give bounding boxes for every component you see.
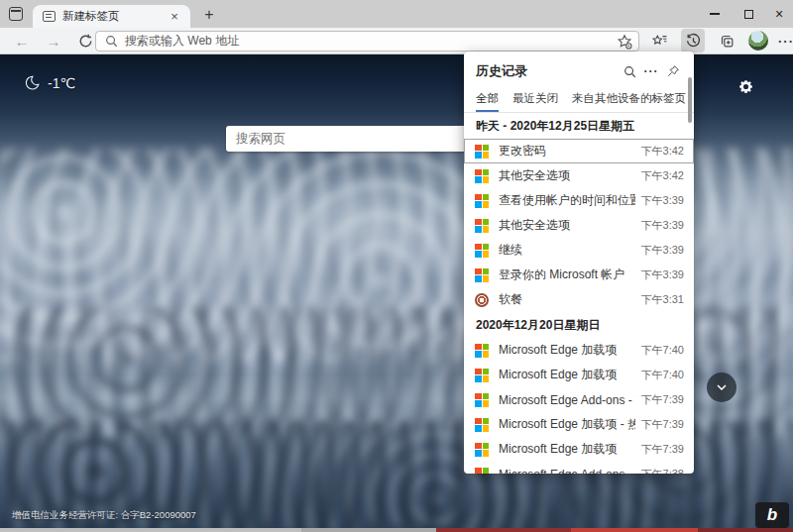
history-panel: 历史记录 ··· 全部最近关闭来自其他设备的标签页 昨天 - 2020年12月2… xyxy=(464,52,694,474)
history-item-time: 下午7:39 xyxy=(641,417,684,432)
history-item-time: 下午7:38 xyxy=(641,467,684,474)
history-list: 昨天 - 2020年12月25日星期五更改密码下午3:42其他安全选项下午3:4… xyxy=(464,113,694,474)
chevron-down-icon xyxy=(715,380,729,394)
history-item[interactable]: 其他安全选项下午3:42 xyxy=(464,163,694,188)
page-search-placeholder: 搜索网页 xyxy=(236,131,285,148)
history-group-header: 2020年12月20日星期日 xyxy=(464,312,694,338)
microsoft-logo-icon xyxy=(475,418,489,432)
history-item[interactable]: Microsoft Edge 加载项下午7:40 xyxy=(464,363,694,387)
history-tabs: 全部最近关闭来自其他设备的标签页 xyxy=(464,82,694,113)
moon-icon xyxy=(24,74,41,91)
bing-logo-badge[interactable]: b xyxy=(755,502,789,528)
address-bar[interactable]: 搜索或输入 Web 地址 xyxy=(95,31,639,52)
history-item-time: 下午3:39 xyxy=(641,267,684,282)
history-item-title: Microsoft Edge 加载项 xyxy=(499,367,635,383)
back-button[interactable]: ← xyxy=(9,28,35,53)
history-item-time: 下午3:42 xyxy=(641,168,684,183)
microsoft-logo-icon xyxy=(475,468,489,475)
temperature-label: -1℃ xyxy=(48,75,75,91)
feed-peek-strip xyxy=(0,528,793,532)
history-item-title: 查看使用帐户的时间和位置 xyxy=(499,192,635,209)
new-tab-button[interactable]: + xyxy=(198,4,220,26)
history-item-title: 更改密码 xyxy=(499,143,635,160)
history-item[interactable]: Microsoft Edge Add-ons下午7:38 xyxy=(464,462,694,474)
window-maximize-button[interactable] xyxy=(732,0,765,28)
history-item[interactable]: Microsoft Edge Add-ons - Trending下午7:39 xyxy=(464,387,694,412)
history-tab-2[interactable]: 来自其他设备的标签页 xyxy=(572,91,686,112)
history-tab-1[interactable]: 最近关闭 xyxy=(512,91,558,112)
history-item-title: 登录你的 Microsoft 帐户 xyxy=(499,266,635,283)
history-item[interactable]: 继续下午3:39 xyxy=(464,238,694,263)
gear-icon xyxy=(737,78,754,95)
favorites-button[interactable] xyxy=(647,29,671,53)
new-tab-favicon-icon xyxy=(43,11,56,22)
history-item-title: 其他安全选项 xyxy=(499,167,635,184)
microsoft-logo-icon xyxy=(475,169,489,183)
page-settings-button[interactable] xyxy=(734,74,757,98)
history-item-time: 下午7:39 xyxy=(641,392,684,407)
weather-widget[interactable]: -1℃ xyxy=(24,74,75,91)
history-item-time: 下午3:42 xyxy=(641,144,684,159)
microsoft-logo-icon xyxy=(475,194,489,208)
history-scrollbar-thumb[interactable] xyxy=(688,77,692,123)
history-panel-title: 历史记录 xyxy=(476,62,619,80)
ruancan-logo-icon xyxy=(475,293,489,307)
history-item-title: 其他安全选项 xyxy=(499,217,635,234)
history-button[interactable] xyxy=(681,29,705,53)
tab-title: 新建标签页 xyxy=(62,9,167,24)
microsoft-logo-icon xyxy=(475,219,489,233)
address-placeholder: 搜索或输入 Web 地址 xyxy=(125,33,617,50)
browser-tab[interactable]: 新建标签页 × xyxy=(33,5,190,28)
microsoft-logo-icon xyxy=(475,145,489,159)
search-icon xyxy=(623,65,636,78)
scroll-down-button[interactable] xyxy=(707,372,736,402)
history-item-time: 下午3:31 xyxy=(641,292,684,307)
browser-toolbar: ← → 搜索或输入 Web 地址 xyxy=(0,28,793,54)
collections-button[interactable] xyxy=(715,29,738,53)
history-item-title: Microsoft Edge 加载项 xyxy=(499,441,635,458)
history-pin-button[interactable] xyxy=(662,60,684,82)
microsoft-logo-icon xyxy=(475,244,489,258)
window-minimize-button[interactable] xyxy=(698,0,732,28)
refresh-icon xyxy=(78,34,93,49)
window-close-button[interactable]: × xyxy=(765,0,793,28)
collections-icon xyxy=(719,33,736,50)
history-item[interactable]: 查看使用帐户的时间和位置下午3:39 xyxy=(464,188,694,213)
microsoft-logo-icon xyxy=(475,369,489,382)
search-icon xyxy=(105,35,118,48)
history-clock-icon xyxy=(685,33,702,50)
bing-logo: b xyxy=(767,505,777,525)
history-item[interactable]: 更改密码下午3:42 xyxy=(464,139,694,163)
microsoft-logo-icon xyxy=(475,268,489,282)
profile-avatar[interactable] xyxy=(746,29,770,53)
history-panel-header: 历史记录 ··· xyxy=(464,52,694,82)
tab-close-icon[interactable]: × xyxy=(167,9,182,25)
history-item-time: 下午7:40 xyxy=(641,368,684,382)
history-item[interactable]: Microsoft Edge 加载项 - 热门下午7:39 xyxy=(464,412,694,437)
microsoft-logo-icon xyxy=(475,344,489,358)
history-group-header: 昨天 - 2020年12月25日星期五 xyxy=(464,113,694,139)
add-favorite-star-icon[interactable] xyxy=(617,34,632,50)
history-item[interactable]: 其他安全选项下午3:39 xyxy=(464,213,694,238)
history-search-button[interactable] xyxy=(619,60,640,82)
history-item[interactable]: Microsoft Edge 加载项下午7:39 xyxy=(464,437,694,462)
history-item-time: 下午7:40 xyxy=(641,343,684,358)
history-item-title: Microsoft Edge 加载项 - 热门 xyxy=(499,416,635,433)
avatar-image xyxy=(748,31,768,51)
license-text: 增值电信业务经营许可证: 合字B2-20090007 xyxy=(12,509,196,522)
title-bar: 新建标签页 × + × xyxy=(0,0,793,28)
history-item[interactable]: Microsoft Edge 加载项下午7:40 xyxy=(464,338,694,363)
history-item[interactable]: 软餐下午3:31 xyxy=(464,287,694,312)
history-tab-0[interactable]: 全部 xyxy=(476,91,499,112)
history-more-button[interactable]: ··· xyxy=(640,60,662,82)
tab-actions-menu-icon[interactable] xyxy=(9,7,23,21)
microsoft-logo-icon xyxy=(475,443,489,457)
history-item[interactable]: 登录你的 Microsoft 帐户下午3:39 xyxy=(464,263,694,287)
history-item-title: Microsoft Edge Add-ons - Trending xyxy=(499,393,635,407)
forward-button[interactable]: → xyxy=(41,28,66,53)
settings-more-button[interactable]: ··· xyxy=(774,29,793,53)
history-item-title: 继续 xyxy=(499,242,635,259)
microsoft-logo-icon xyxy=(475,393,489,407)
history-item-title: 软餐 xyxy=(499,291,635,308)
history-item-title: Microsoft Edge Add-ons xyxy=(499,468,635,475)
